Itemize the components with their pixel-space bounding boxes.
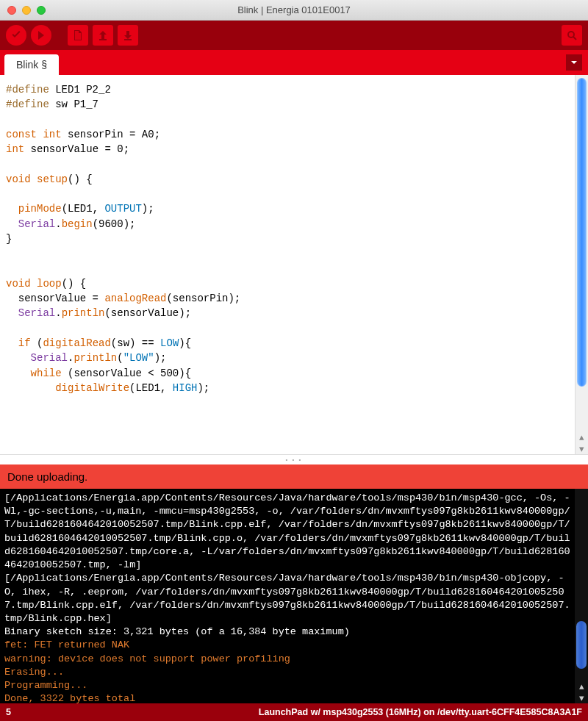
tab-blink[interactable]: Blink §: [4, 54, 59, 75]
window-title: Blink | Energia 0101E0017: [0, 4, 588, 15]
scroll-up-arrow-icon[interactable]: ▴: [576, 431, 588, 442]
upload-button[interactable]: [31, 25, 51, 46]
code-editor[interactable]: #define LED1 P2_2#define sw P1_7 const i…: [0, 75, 575, 454]
svg-point-2: [568, 32, 574, 37]
zoom-window-button[interactable]: [37, 6, 46, 15]
line-number: 5: [6, 707, 11, 717]
svg-line-3: [573, 37, 576, 40]
chevron-down-icon: [570, 59, 578, 66]
scroll-down-arrow-icon[interactable]: ▾: [576, 442, 588, 454]
editor-scrollbar[interactable]: ▴ ▾: [575, 75, 588, 454]
scroll-up-arrow-icon[interactable]: ▴: [575, 680, 588, 692]
close-window-button[interactable]: [7, 6, 16, 15]
open-file-button[interactable]: [93, 25, 113, 46]
magnifier-icon: [566, 29, 578, 41]
console-output[interactable]: [/Applications/Energia.app/Contents/Reso…: [0, 489, 575, 703]
scrollbar-thumb[interactable]: [576, 621, 587, 669]
file-icon: [72, 29, 84, 41]
arrow-right-icon: [35, 29, 47, 41]
scroll-down-arrow-icon[interactable]: ▾: [575, 692, 588, 703]
window-titlebar: Blink | Energia 0101E0017: [0, 0, 588, 21]
arrow-up-icon: [97, 29, 109, 41]
console-area: [/Applications/Energia.app/Contents/Reso…: [0, 489, 588, 703]
status-bar: 5 LaunchPad w/ msp430g2553 (16MHz) on /d…: [0, 703, 588, 721]
toolbar: [0, 21, 588, 50]
check-icon: [10, 29, 22, 41]
arrow-down-icon: [122, 29, 134, 41]
console-scrollbar[interactable]: ▴ ▾: [575, 489, 588, 703]
scrollbar-thumb[interactable]: [577, 78, 587, 387]
minimize-window-button[interactable]: [22, 6, 31, 15]
pane-divider[interactable]: • • •: [0, 454, 588, 464]
svg-rect-0: [99, 39, 107, 40]
status-banner: Done uploading.: [0, 464, 588, 489]
board-port-label: LaunchPad w/ msp430g2553 (16MHz) on /dev…: [259, 707, 582, 717]
tab-strip: Blink §: [0, 50, 588, 75]
verify-button[interactable]: [6, 25, 26, 46]
traffic-lights: [0, 6, 46, 15]
tab-menu-button[interactable]: [566, 54, 582, 71]
svg-rect-1: [124, 39, 132, 40]
editor-area: #define LED1 P2_2#define sw P1_7 const i…: [0, 75, 588, 454]
serial-monitor-button[interactable]: [562, 25, 582, 46]
save-file-button[interactable]: [118, 25, 138, 46]
new-file-button[interactable]: [68, 25, 88, 46]
